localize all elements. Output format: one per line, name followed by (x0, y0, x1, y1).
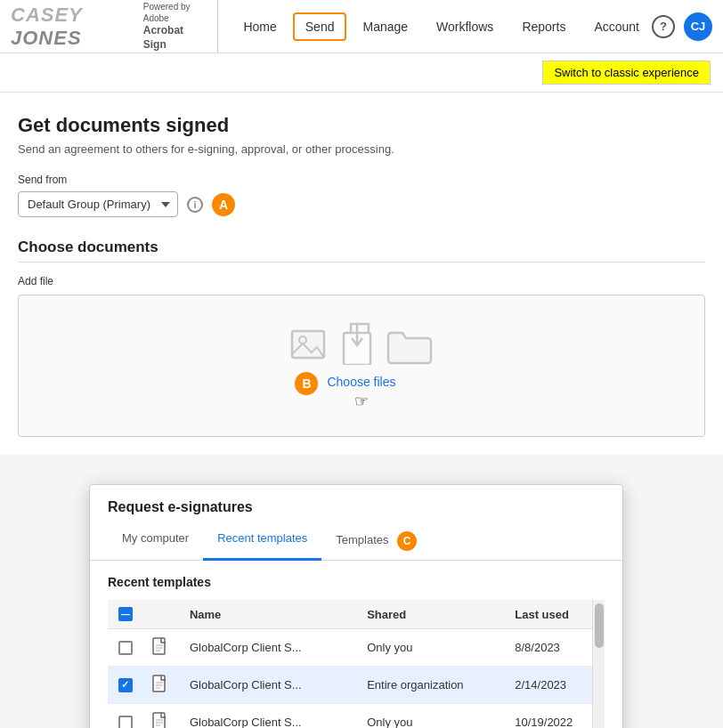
row1-icon (143, 629, 181, 667)
row1-date: 8/8/2023 (506, 629, 605, 667)
doc-icon-2 (152, 675, 168, 692)
select-all-checkbox[interactable] (118, 607, 133, 621)
row2-name: GlobalCorp Client S... (181, 667, 358, 704)
section-divider (18, 262, 705, 263)
svg-rect-4 (153, 638, 165, 654)
step-b-badge: B (295, 372, 318, 395)
table-header: Name Shared Last used (108, 600, 605, 629)
page-subtitle: Send an agreement to others for e-signin… (18, 142, 705, 156)
doc-icon-1 (152, 637, 168, 655)
modal-overlay: Request e-signatures My computer Recent … (89, 484, 623, 728)
table-row[interactable]: GlobalCorp Client S... Only you 8/8/2023 (108, 629, 605, 667)
nav-reports[interactable]: Reports (509, 12, 578, 41)
image-icon (290, 326, 333, 365)
row2-icon (143, 667, 181, 704)
add-file-label: Add file (18, 275, 705, 287)
modal-tabs: My computer Recent templates Templates C (90, 515, 622, 561)
choose-files-link[interactable]: Choose files (327, 375, 395, 389)
main-content: Get documents signed Send an agreement t… (0, 93, 723, 455)
scrollbar-thumb (595, 603, 604, 648)
svg-rect-8 (153, 675, 165, 692)
step-c-badge: C (397, 531, 417, 551)
nav-home[interactable]: Home (231, 12, 288, 41)
th-last-used: Last used (506, 600, 605, 629)
templates-table: Name Shared Last used (108, 600, 605, 728)
logo-area: CASEY JONES Powered by Adobe Acrobat Sig… (11, 0, 218, 53)
row2-date: 2/14/2023 (506, 667, 605, 704)
row1-shared: Only you (358, 629, 506, 667)
modal-title: Request e-signatures (90, 485, 622, 515)
row1-checkbox-cell (108, 629, 143, 667)
nav-bar: CASEY JONES Powered by Adobe Acrobat Sig… (0, 0, 723, 53)
powered-by: Powered by Adobe Acrobat Sign (143, 1, 206, 52)
choose-files-area: B Choose files (327, 374, 395, 390)
row2-shared: Entire organization (358, 667, 506, 704)
user-avatar[interactable]: CJ (684, 12, 712, 41)
send-from-label: Send from (18, 174, 705, 186)
svg-rect-0 (292, 331, 324, 358)
switch-bar: Switch to classic experience (0, 53, 723, 93)
send-from-select[interactable]: Default Group (Primary) (18, 191, 178, 217)
row3-checkbox-cell (108, 704, 143, 729)
row3-date: 10/19/2022 (506, 704, 605, 729)
row1-name: GlobalCorp Client S... (181, 629, 358, 667)
table-header-row: Name Shared Last used (108, 600, 605, 629)
table-row[interactable]: GlobalCorp Client S... Entire organizati… (108, 667, 605, 704)
step-a-badge: A (212, 193, 235, 216)
page-title: Get documents signed (18, 114, 705, 137)
row3-shared: Only you (358, 704, 506, 729)
choose-documents-title: Choose documents (18, 239, 705, 256)
row3-name: GlobalCorp Client S... (181, 704, 358, 729)
recent-templates-title: Recent templates (108, 575, 605, 589)
th-name: Name (181, 600, 358, 629)
th-checkbox (108, 600, 143, 629)
row2-checkbox[interactable] (118, 678, 133, 692)
nav-links: Home Send Manage Workflows Reports Accou… (231, 12, 652, 41)
nav-send[interactable]: Send (293, 12, 347, 41)
th-shared: Shared (358, 600, 506, 629)
row2-checkbox-cell (108, 667, 143, 704)
row3-icon (143, 704, 181, 729)
table-row[interactable]: GlobalCorp Client S... Only you 10/19/20… (108, 704, 605, 729)
doc-icon-3 (152, 712, 168, 728)
file-drop-icons (290, 320, 433, 365)
tab-templates[interactable]: Templates C (321, 524, 431, 561)
send-from-row: Default Group (Primary) i A (18, 191, 705, 217)
nav-account[interactable]: Account (581, 12, 652, 41)
folder-icon (386, 326, 433, 365)
tab-my-computer[interactable]: My computer (108, 524, 203, 561)
nav-right: ? CJ (652, 12, 712, 41)
logo-text: CASEY JONES (11, 4, 134, 50)
row1-checkbox[interactable] (118, 641, 133, 655)
tab-recent-templates[interactable]: Recent templates (203, 524, 321, 561)
th-icon (143, 600, 181, 629)
switch-classic-button[interactable]: Switch to classic experience (542, 61, 711, 85)
row3-checkbox[interactable] (118, 716, 133, 729)
help-button[interactable]: ? (652, 15, 675, 38)
send-from-info-icon[interactable]: i (187, 197, 203, 213)
cursor-icon: ☞ (354, 392, 369, 411)
upload-icon (340, 320, 379, 365)
templates-table-wrapper: Name Shared Last used (108, 600, 605, 728)
nav-manage[interactable]: Manage (350, 12, 420, 41)
table-body: GlobalCorp Client S... Only you 8/8/2023 (108, 629, 605, 729)
scrollbar[interactable] (592, 600, 605, 728)
nav-workflows[interactable]: Workflows (424, 12, 506, 41)
file-drop-zone[interactable]: B Choose files ☞ (18, 295, 705, 437)
modal-body: Recent templates Name Shared (90, 561, 622, 728)
